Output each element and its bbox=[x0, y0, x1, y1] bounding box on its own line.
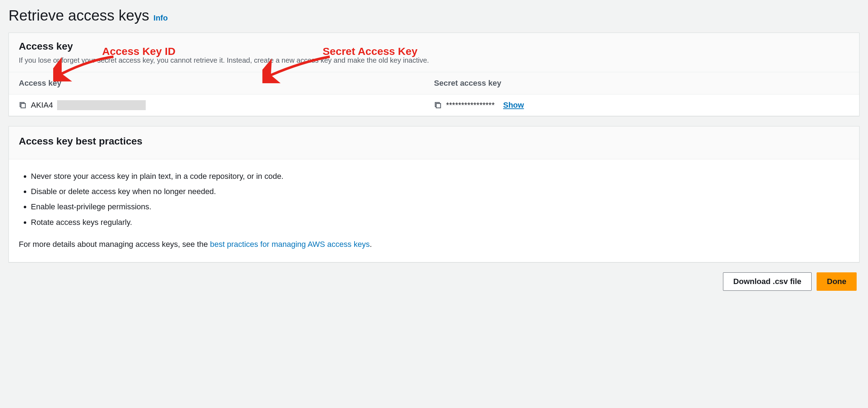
copy-icon[interactable] bbox=[19, 101, 27, 109]
download-csv-button[interactable]: Download .csv file bbox=[723, 272, 812, 291]
access-key-panel-title: Access key bbox=[19, 41, 849, 52]
column-secret-access-key-label: Secret access key bbox=[434, 79, 501, 87]
list-item: Rotate access keys regularly. bbox=[31, 216, 849, 228]
details-text: For more details about managing access k… bbox=[19, 238, 849, 250]
table-header: Access key Secret access key bbox=[9, 72, 859, 95]
access-key-cell: AKIA4 bbox=[19, 100, 434, 110]
practices-list: Never store your access key in plain tex… bbox=[19, 170, 849, 228]
list-item: Enable least-privilege permissions. bbox=[31, 200, 849, 213]
access-key-panel: Access key If you lose or forget your se… bbox=[9, 33, 859, 116]
svg-rect-0 bbox=[21, 103, 25, 108]
access-key-redacted bbox=[57, 100, 146, 110]
details-suffix: . bbox=[370, 240, 372, 249]
column-access-key: Access key bbox=[19, 79, 434, 88]
best-practices-title: Access key best practices bbox=[19, 136, 849, 147]
page-header: Retrieve access keys Info bbox=[9, 7, 859, 24]
access-key-value: AKIA4 bbox=[31, 101, 53, 110]
details-prefix: For more details about managing access k… bbox=[19, 240, 210, 249]
list-item: Disable or delete access key when no lon… bbox=[31, 185, 849, 198]
page-title: Retrieve access keys bbox=[9, 7, 149, 24]
best-practices-header: Access key best practices bbox=[9, 126, 859, 159]
info-link[interactable]: Info bbox=[154, 13, 168, 23]
done-button[interactable]: Done bbox=[817, 272, 857, 291]
best-practices-body: Never store your access key in plain tex… bbox=[9, 159, 859, 262]
list-item: Never store your access key in plain tex… bbox=[31, 170, 849, 182]
column-access-key-label: Access key bbox=[19, 79, 61, 87]
access-key-panel-subtitle: If you lose or forget your secret access… bbox=[19, 55, 849, 66]
copy-icon[interactable] bbox=[434, 101, 442, 109]
access-key-panel-header: Access key If you lose or forget your se… bbox=[9, 33, 859, 72]
secret-key-masked: **************** bbox=[446, 101, 495, 110]
best-practices-panel: Access key best practices Never store yo… bbox=[9, 126, 859, 262]
column-secret-access-key: Secret access key bbox=[434, 79, 849, 88]
svg-rect-1 bbox=[436, 103, 440, 108]
secret-access-key-cell: **************** Show bbox=[434, 100, 849, 110]
table-row: AKIA4 **************** Show bbox=[9, 95, 859, 116]
best-practices-link[interactable]: best practices for managing AWS access k… bbox=[210, 240, 369, 249]
button-row: Download .csv file Done bbox=[9, 272, 859, 291]
show-secret-link[interactable]: Show bbox=[503, 101, 524, 110]
